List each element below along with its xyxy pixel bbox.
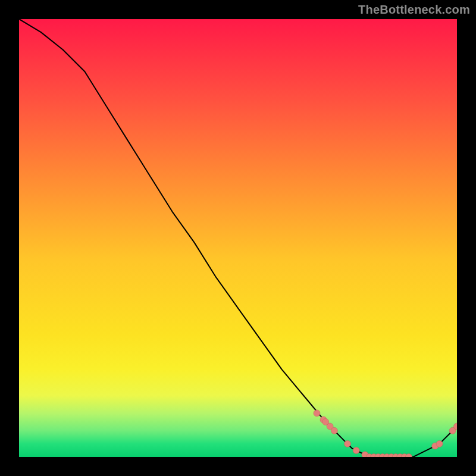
data-point — [345, 440, 351, 447]
data-point — [314, 410, 320, 416]
line-series — [19, 19, 457, 457]
chart-frame: TheBottleneck.com — [0, 0, 476, 476]
data-point — [353, 447, 359, 454]
chart-svg — [19, 19, 457, 457]
watermark-label: TheBottleneck.com — [358, 4, 470, 15]
data-point — [331, 427, 337, 434]
scatter-points — [314, 410, 457, 457]
plot-area — [19, 19, 457, 457]
data-point — [436, 440, 443, 447]
data-point — [406, 454, 412, 458]
curve-path — [19, 19, 457, 457]
